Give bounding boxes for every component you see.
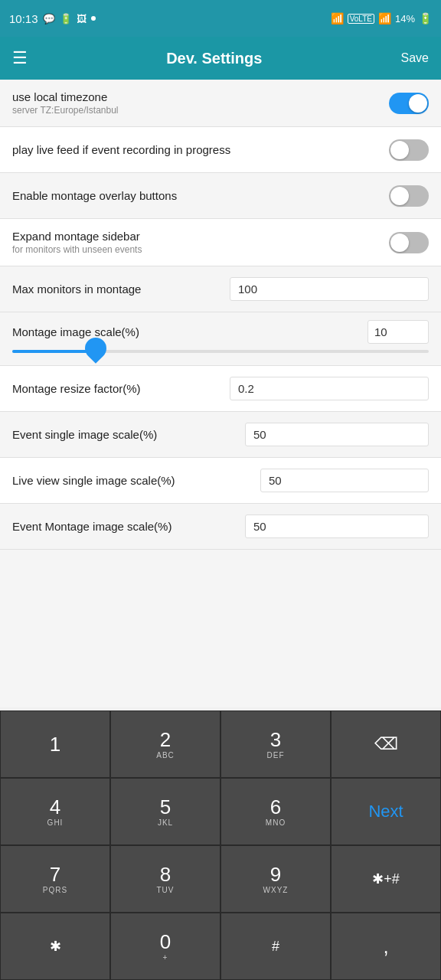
key-sym-label: ✱+# [372,872,400,886]
wifi-icon: 📶 [331,12,344,24]
setting-label-montage-resize-factor: Montage resize factor(%) [12,382,230,395]
key-next[interactable]: Next [331,778,441,845]
toggle-knob [409,94,427,113]
setting-label-event-montage-image-scale: Event Montage image scale(%) [12,520,245,533]
key-2-main: 2 [160,730,171,750]
battery-icon: 🔋 [419,12,432,24]
keyboard-row-3: 7 PQRS 8 TUV 9 WXYZ ✱+# [0,845,441,913]
key-3-sub: DEF [267,751,285,760]
key-5[interactable]: 5 JKL [110,778,220,845]
key-comma[interactable]: , [331,913,441,980]
key-6-main: 6 [270,797,281,817]
setting-max-monitors: Max monitors in montage [0,266,441,312]
key-3[interactable]: 3 DEF [220,710,331,778]
montage-image-scale-input[interactable] [368,320,429,344]
status-time: 10:13 [9,12,38,25]
setting-event-single-image-scale: Event single image scale(%) [0,412,441,458]
status-bar: 10:13 💬 🔋 🖼 📶 VoLTE 📶 14% 🔋 [0,0,441,37]
key-4-main: 4 [50,797,60,817]
key-7-main: 7 [50,864,60,884]
setting-label-expand-montage-sidebar: Expand montage sidebar [12,230,389,243]
status-bar-right: 📶 VoLTE 📶 14% 🔋 [331,12,432,24]
keyboard-row-4: ✱ 0 + # , [0,913,441,980]
setting-label-wrap-3: Enable montage overlay buttons [12,189,389,202]
key-4[interactable]: 4 GHI [0,778,110,845]
key-8[interactable]: 8 TUV [110,845,220,913]
slider-fill [12,350,96,353]
signal-icon: 📶 [378,12,391,24]
key-9-main: 9 [270,864,281,884]
key-backspace[interactable]: ⌫ [331,710,441,778]
save-button[interactable]: Save [401,51,429,65]
key-0[interactable]: 0 + [110,913,220,980]
key-8-sub: TUV [157,886,175,894]
montage-resize-factor-input[interactable] [230,377,429,400]
setting-label-wrap: use local timezone server TZ:Europe/Ista… [12,90,389,116]
keyboard-row-2: 4 GHI 5 JKL 6 MNO Next [0,778,441,845]
key-1[interactable]: 1 [0,710,110,778]
toggle-play-live-feed[interactable] [389,139,429,161]
event-single-image-scale-input[interactable] [245,423,429,446]
app-bar: ☰ Dev. Settings Save [0,37,441,80]
setting-label-enable-montage-overlay: Enable montage overlay buttons [12,189,389,202]
keyboard-row-1: 1 2 ABC 3 DEF ⌫ [0,710,441,778]
app-bar-title: Dev. Settings [28,50,401,67]
toggle-knob-2 [390,141,409,159]
key-6[interactable]: 6 MNO [220,778,331,845]
key-2-sub: ABC [156,751,175,760]
key-sym[interactable]: ✱+# [331,845,441,913]
keyboard: 1 2 ABC 3 DEF ⌫ 4 GHI 5 JKL 6 MNO Next [0,710,441,980]
setting-label-wrap-2: play live feed if event recording in pro… [12,143,389,156]
montage-image-scale-slider[interactable] [12,350,429,353]
key-8-main: 8 [160,864,171,884]
key-9[interactable]: 9 WXYZ [220,845,331,913]
setting-event-montage-image-scale: Event Montage image scale(%) [0,504,441,550]
key-7[interactable]: 7 PQRS [0,845,110,913]
volte-label: VoLTE [348,14,374,24]
setting-use-local-timezone: use local timezone server TZ:Europe/Ista… [0,80,441,127]
key-star-main: ✱ [50,939,61,953]
key-hash[interactable]: # [220,913,331,980]
setting-label-wrap-4: Expand montage sidebar for monitors with… [12,230,389,255]
settings-content: use local timezone server TZ:Europe/Ista… [0,80,441,707]
whatsapp-icon: 💬 [43,13,55,24]
key-1-main: 1 [50,734,60,754]
setting-label-live-view-single-image-scale: Live view single image scale(%) [12,474,260,487]
key-backspace-icon: ⌫ [374,736,398,753]
setting-live-view-single-image-scale: Live view single image scale(%) [0,458,441,504]
battery-saver-icon: 🔋 [60,13,72,24]
key-star[interactable]: ✱ [0,913,110,980]
slider-thumb [85,338,106,365]
toggle-expand-montage-sidebar[interactable] [389,232,429,253]
slider-label-row: Montage image scale(%) [12,320,429,344]
battery-percent: 14% [395,13,415,24]
slider-thumb-circle [80,333,111,364]
key-5-main: 5 [160,797,171,817]
toggle-knob-3 [390,187,409,205]
setting-label-event-single-image-scale: Event single image scale(%) [12,428,245,441]
setting-label-use-local-timezone: use local timezone [12,90,389,103]
key-2[interactable]: 2 ABC [110,710,220,778]
key-3-main: 3 [270,730,281,750]
setting-label-max-monitors: Max monitors in montage [12,283,230,296]
key-comma-main: , [383,936,388,956]
setting-montage-resize-factor: Montage resize factor(%) [0,366,441,412]
event-montage-image-scale-input[interactable] [245,514,429,538]
key-hash-main: # [272,939,279,953]
key-0-main: 0 [160,932,171,952]
setting-sublabel-expand-montage-sidebar: for monitors with unseen events [12,244,389,255]
toggle-enable-montage-overlay[interactable] [389,185,429,207]
key-6-sub: MNO [266,818,286,827]
live-view-single-image-scale-input[interactable] [260,469,429,492]
max-monitors-input[interactable] [230,277,429,301]
gallery-icon: 🖼 [77,13,87,24]
toggle-use-local-timezone[interactable] [389,93,429,114]
setting-expand-montage-sidebar: Expand montage sidebar for monitors with… [0,219,441,266]
toggle-knob-4 [390,234,409,252]
key-next-label: Next [368,803,403,820]
setting-label-montage-image-scale: Montage image scale(%) [12,325,368,338]
setting-montage-image-scale-row: Montage image scale(%) [0,312,441,366]
setting-label-play-live-feed: play live feed if event recording in pro… [12,143,389,156]
menu-icon[interactable]: ☰ [12,48,28,68]
setting-sublabel-use-local-timezone: server TZ:Europe/Istanbul [12,105,389,116]
